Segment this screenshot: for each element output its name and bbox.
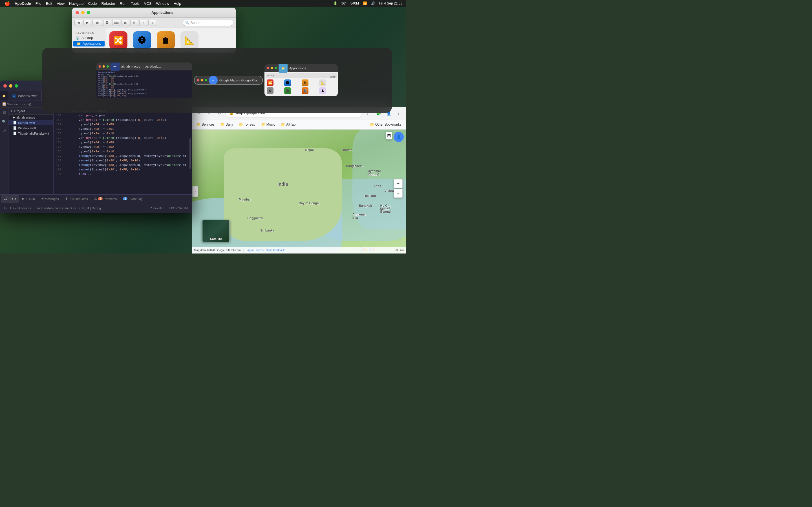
sidebar-icon-structure[interactable]: 🏗 bbox=[1, 110, 7, 115]
finder-sidebar-favorites-header: Favorites bbox=[72, 30, 106, 35]
finder-forward-button[interactable]: ▶ bbox=[84, 20, 91, 26]
menu-file[interactable]: File bbox=[33, 0, 44, 7]
file-tree-item-project[interactable]: ▶ alt-tab-macos bbox=[8, 115, 53, 120]
zoom-out-button[interactable]: − bbox=[394, 189, 403, 198]
bottom-tab-git[interactable]: ⎇ 9: Git bbox=[1, 195, 19, 203]
applications-icon: 📁 bbox=[77, 42, 81, 46]
menu-code[interactable]: Code bbox=[86, 0, 99, 7]
appcode-minimize-button[interactable] bbox=[9, 84, 12, 88]
expand-icon: › bbox=[195, 189, 196, 193]
file-tree-item-screen[interactable]: 📄 Screen.swift bbox=[8, 120, 53, 125]
switcher-apps-min[interactable] bbox=[271, 67, 273, 69]
maps-footer-japan[interactable]: Japan bbox=[246, 249, 253, 252]
bookmark-music[interactable]: 📁 Music bbox=[259, 121, 277, 128]
finder-share-button[interactable]: ↑ bbox=[139, 20, 147, 26]
bookmark-other[interactable]: 📁 Other Bookmarks bbox=[368, 121, 404, 128]
bookmark-other-icon: 📁 bbox=[370, 122, 374, 126]
maps-scale: 500 km bbox=[395, 249, 404, 252]
bookmark-daily[interactable]: 📁 Daily bbox=[218, 121, 236, 128]
tab-window-swift[interactable]: W Window.swift bbox=[8, 91, 42, 101]
finder-view-list[interactable]: ☰ bbox=[103, 20, 111, 26]
finder-view-columns[interactable]: ⊟⊟ bbox=[112, 20, 120, 26]
menu-window[interactable]: Window bbox=[154, 0, 171, 7]
bookmark-alttab[interactable]: 📁 AltTab bbox=[278, 121, 298, 128]
bottom-tab-messages[interactable]: ✉ Messages bbox=[38, 195, 62, 203]
switcher-appcode-max[interactable] bbox=[107, 65, 109, 68]
maps-footer-terms[interactable]: Terms bbox=[256, 249, 264, 252]
menu-navigate[interactable]: Navigate bbox=[67, 0, 86, 7]
finder-maximize-button[interactable] bbox=[87, 11, 90, 14]
bottom-tab-eventlog[interactable]: 2 Event Log bbox=[120, 195, 146, 203]
finder-view-icons[interactable]: ⊞ bbox=[93, 20, 102, 26]
finder-action-button[interactable]: ⚙ bbox=[130, 20, 138, 26]
finder-search-bar[interactable]: 🔍 Search bbox=[183, 20, 234, 26]
switcher-maps-icon: G bbox=[209, 76, 218, 84]
appcode-project-tab[interactable]: 📁 bbox=[0, 91, 8, 101]
finder-back-button[interactable]: ◀ bbox=[74, 20, 82, 26]
bookmark-toread[interactable]: 📁 To read bbox=[237, 121, 258, 128]
finder-title: Applications bbox=[93, 10, 232, 15]
india-landmass bbox=[224, 148, 342, 241]
sidebar-item-airdrop[interactable]: 📡 AirDrop bbox=[72, 35, 106, 41]
switcher-apps-max[interactable] bbox=[274, 67, 277, 69]
menu-view[interactable]: View bbox=[54, 0, 67, 7]
maps-footer-feedback[interactable]: Send feedback bbox=[266, 249, 285, 252]
switcher-maps-min[interactable] bbox=[201, 79, 203, 81]
switcher-apps-close[interactable] bbox=[267, 67, 269, 69]
switcher-appcode-min[interactable] bbox=[103, 65, 105, 68]
file-tree-item-thumbnails[interactable]: 📄 ThumbnailsPanel.swift bbox=[8, 131, 53, 136]
switcher-item-appcode[interactable]: AC alt-tab-macos – .../src/logic... func… bbox=[96, 62, 192, 98]
editor-scrollbar-thumb[interactable] bbox=[190, 138, 191, 169]
switcher-appcode-close[interactable] bbox=[99, 65, 101, 68]
bottom-tab-problems[interactable]: ⚠ 6 Problems bbox=[91, 195, 119, 203]
menu-refactor[interactable]: Refactor bbox=[99, 0, 117, 7]
statusbar-branch[interactable]: ⎇ develop bbox=[147, 205, 166, 212]
statusbar-line-count: 619 of 2487M bbox=[169, 207, 188, 210]
satellite-thumbnail[interactable]: Satellite bbox=[202, 220, 230, 242]
menu-help[interactable]: Help bbox=[171, 0, 184, 7]
menu-vcs[interactable]: VCS bbox=[142, 0, 154, 7]
mini-airdrop-label: AirDrop bbox=[267, 74, 274, 77]
search-icon: 🔍 bbox=[185, 21, 190, 25]
folder-icon: ▶ bbox=[13, 115, 15, 119]
app-menu-appcode[interactable]: AppCode bbox=[12, 0, 33, 7]
bookmark-services-label: Services bbox=[202, 122, 214, 126]
zoom-in-button[interactable]: + bbox=[394, 179, 403, 188]
menu-run[interactable]: Run bbox=[117, 0, 129, 7]
chrome-menu-button[interactable]: ⋮ bbox=[395, 109, 403, 117]
switcher-maps-max[interactable] bbox=[205, 79, 207, 81]
statusbar-encoding: LF bbox=[4, 207, 8, 210]
maps-profile-avatar[interactable]: 👤 bbox=[394, 132, 404, 142]
switcher-item-applications[interactable]: 📁 Applications AirDrop 🔀 🅐 🗑 📐 ⚙ 🎥 bbox=[264, 64, 338, 96]
appcode-close-button[interactable] bbox=[3, 84, 7, 88]
code-line-4: bytes1[0x04] = 0xF8 bbox=[98, 77, 191, 79]
alttab-icon: 🔀 bbox=[109, 31, 128, 49]
bookmark-services[interactable]: 📁 Services bbox=[194, 121, 217, 128]
appcode-maximize-button[interactable] bbox=[15, 84, 18, 88]
apple-menu[interactable]: 🍎 bbox=[2, 0, 12, 7]
finder-view-gallery[interactable]: ⊠ bbox=[121, 20, 129, 26]
sidebar-item-airdrop-label: AirDrop bbox=[82, 36, 93, 40]
bottom-tab-pullrequests[interactable]: ⬆ Pull Requests bbox=[62, 195, 91, 203]
statusbar-linecol: LF UTF-8 4 spaces bbox=[2, 205, 33, 212]
mini-apps-grid: 🔀 🅐 🗑 📐 ⚙ 🎥 📓 ♟ bbox=[266, 78, 337, 95]
sidebar-item-applications[interactable]: 📁 Applications bbox=[73, 41, 105, 47]
map-main-area[interactable]: Nepal Bhutan Bangladesh Myanmar(Burma) I… bbox=[192, 129, 406, 253]
finder-close-button[interactable] bbox=[75, 11, 79, 14]
switcher-item-googlemaps[interactable]: G Google Maps – Google Chr... bbox=[195, 76, 262, 84]
menu-tools[interactable]: Tools bbox=[129, 0, 142, 7]
finder-minimize-button[interactable] bbox=[81, 11, 85, 14]
label-bhutan: Bhutan bbox=[342, 148, 352, 152]
menubar-clock: Fri 4 Sep 21:08 bbox=[378, 0, 404, 7]
editor-line-177: 177 memcpy(&bytes1[0x3c], &cgWindowId, M… bbox=[54, 154, 192, 158]
sidebar-icon-git[interactable]: ⎇ bbox=[1, 128, 7, 133]
menu-bar: 🍎 AppCode File Edit View Navigate Code R… bbox=[0, 0, 406, 7]
sidebar-icon-search[interactable]: 🔍 bbox=[1, 119, 7, 124]
maps-grid-button[interactable]: ⊞ bbox=[386, 132, 392, 139]
menu-edit[interactable]: Edit bbox=[44, 0, 54, 7]
maps-expand-button[interactable]: › bbox=[192, 186, 198, 197]
switcher-maps-close[interactable] bbox=[197, 79, 199, 81]
bottom-tab-run[interactable]: ▶ 4: Run bbox=[19, 195, 38, 203]
finder-tag-button[interactable]: ○ bbox=[148, 20, 156, 26]
file-tree-item-window[interactable]: 📄 Window.swift bbox=[8, 125, 53, 131]
